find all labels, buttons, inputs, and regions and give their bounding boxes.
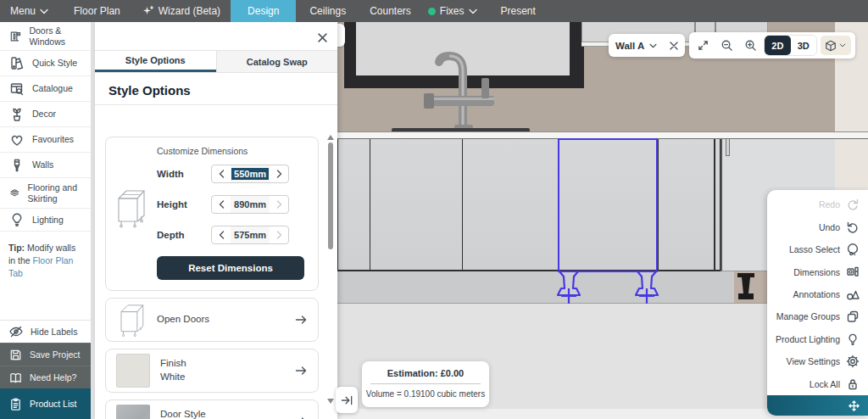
door-style-card[interactable]: Door Style Clerkenwell bbox=[105, 399, 319, 419]
cabinet-3d-icon bbox=[116, 301, 147, 338]
sidebar-item-doors-windows[interactable]: Doors & Windows bbox=[0, 22, 91, 51]
redo-button[interactable]: Redo bbox=[767, 193, 868, 215]
cabinet-filler[interactable] bbox=[715, 139, 721, 271]
width-increase-button[interactable] bbox=[270, 165, 288, 182]
product-list-button[interactable]: Product List bbox=[0, 388, 91, 419]
sidebar-item-lighting[interactable]: Lighting bbox=[0, 209, 91, 232]
depth-increase-button[interactable] bbox=[270, 226, 288, 243]
end-panel-lip bbox=[726, 139, 730, 156]
tab-wizard[interactable]: Wizard (Beta) bbox=[142, 0, 220, 22]
undo-button[interactable]: Undo bbox=[767, 215, 868, 237]
tip-prefix: Tip: bbox=[8, 243, 25, 253]
dimensions-button[interactable]: Dimensions bbox=[767, 260, 868, 282]
sidebar-item-label: Doors & Windows bbox=[29, 25, 87, 46]
chevron-down-icon[interactable] bbox=[649, 43, 657, 48]
open-doors-card[interactable]: Open Doors bbox=[105, 298, 319, 342]
need-help-button[interactable]: Need Help? bbox=[0, 366, 91, 388]
undo-icon bbox=[846, 221, 860, 234]
save-project-button[interactable]: Save Project bbox=[0, 343, 91, 366]
reset-dimensions-button[interactable]: Reset Dimensions bbox=[157, 256, 304, 280]
tab-style-options[interactable]: Style Options bbox=[95, 51, 216, 72]
top-menu-bar: Menu Floor Plan Wizard (Beta) Design Cei… bbox=[0, 0, 868, 22]
finish-card[interactable]: Finish White bbox=[105, 349, 319, 393]
fit-view-button[interactable] bbox=[693, 35, 714, 56]
chevron-left-icon bbox=[219, 200, 225, 209]
width-decrease-button[interactable] bbox=[212, 165, 231, 182]
height-increase-button[interactable] bbox=[270, 196, 288, 213]
render-style-dropdown[interactable] bbox=[821, 36, 851, 55]
product-list-label: Product List bbox=[30, 399, 76, 409]
close-icon bbox=[318, 33, 327, 42]
cabinet-3d-icon bbox=[113, 187, 148, 229]
sidebar-item-label: Lighting bbox=[32, 215, 64, 225]
tab-counters[interactable]: Counters bbox=[370, 0, 411, 22]
base-cabinet[interactable] bbox=[370, 139, 462, 271]
base-cabinet[interactable] bbox=[658, 139, 715, 271]
wall-selector-label[interactable]: Wall A bbox=[615, 41, 644, 51]
width-row: Width 550mm bbox=[157, 165, 309, 183]
cabinet-selection-outline[interactable] bbox=[558, 138, 658, 272]
lasso-select-button[interactable]: Lasso Select bbox=[767, 238, 868, 260]
close-panel-button[interactable] bbox=[314, 29, 331, 46]
close-icon[interactable] bbox=[670, 42, 678, 50]
design-label: Design bbox=[248, 5, 279, 17]
sidebar-item-label: Decor bbox=[32, 109, 56, 119]
width-label: Width bbox=[157, 169, 211, 179]
style-options-panel: Style Options Catalog Swap Style Options… bbox=[95, 22, 337, 419]
door-window-icon bbox=[8, 28, 22, 45]
view-3d-button[interactable]: 3D bbox=[791, 36, 816, 55]
height-value: 890mm bbox=[234, 199, 266, 210]
product-lighting-button[interactable]: Product Lighting bbox=[767, 328, 868, 350]
height-row: Height 890mm bbox=[157, 195, 309, 214]
lock-all-button[interactable]: Lock All bbox=[767, 373, 868, 395]
plinth[interactable] bbox=[337, 271, 734, 304]
scrollbar-thumb[interactable] bbox=[328, 142, 333, 249]
tab-present[interactable]: Present bbox=[501, 0, 536, 22]
depth-value-field[interactable]: 575mm bbox=[231, 226, 270, 243]
arrow-right-icon bbox=[294, 364, 308, 377]
width-value-field[interactable]: 550mm bbox=[231, 165, 270, 182]
manage-groups-label: Manage Groups bbox=[776, 311, 840, 321]
door-style-title: Door Style bbox=[160, 409, 206, 419]
fixes-dropdown[interactable]: Fixes bbox=[428, 0, 477, 22]
collapse-panel-button[interactable] bbox=[336, 387, 358, 413]
finish-swatch bbox=[116, 354, 150, 388]
tab-catalog-swap[interactable]: Catalog Swap bbox=[216, 51, 338, 72]
annotations-button[interactable]: Annotations bbox=[767, 283, 868, 305]
panel-scrollbar[interactable] bbox=[328, 134, 333, 419]
depth-row: Depth 575mm bbox=[157, 226, 309, 244]
tab-ceilings[interactable]: Ceilings bbox=[309, 0, 346, 22]
faucet[interactable] bbox=[424, 51, 505, 133]
view-2d-button[interactable]: 2D bbox=[765, 36, 790, 55]
finish-value: White bbox=[160, 372, 185, 382]
manage-groups-button[interactable]: Manage Groups bbox=[767, 305, 868, 327]
lasso-icon bbox=[846, 243, 860, 256]
arrow-right-icon bbox=[294, 313, 308, 327]
sidebar-item-catalogue[interactable]: Catalogue bbox=[0, 76, 91, 102]
sidebar-bottom-actions: Hide Labels Save Project Need Help? bbox=[0, 320, 91, 419]
menu-dropdown[interactable]: Menu bbox=[10, 0, 48, 22]
lasso-select-label: Lasso Select bbox=[789, 244, 840, 254]
base-cabinet[interactable] bbox=[337, 139, 370, 271]
redo-icon bbox=[846, 198, 860, 211]
tab-design-active[interactable]: Design bbox=[231, 0, 296, 22]
sidebar-item-favourites[interactable]: Favourites bbox=[0, 127, 91, 153]
sidebar-item-label: Catalogue bbox=[32, 83, 73, 93]
sidebar-item-quick-style[interactable]: Quick Style bbox=[0, 51, 91, 76]
view-mode-toggle: 2D 3D bbox=[764, 35, 817, 56]
counters-label: Counters bbox=[370, 5, 411, 17]
height-value-field[interactable]: 890mm bbox=[231, 196, 270, 213]
view-settings-button[interactable]: View Settings bbox=[767, 350, 868, 372]
height-decrease-button[interactable] bbox=[212, 196, 231, 213]
toolbar-drag-handle[interactable] bbox=[767, 395, 868, 416]
zoom-out-button[interactable] bbox=[717, 35, 737, 56]
chevron-down-icon bbox=[40, 8, 48, 14]
sink-cabinet[interactable] bbox=[462, 139, 558, 271]
hide-labels-button[interactable]: Hide Labels bbox=[0, 320, 91, 343]
sidebar-item-decor[interactable]: Decor bbox=[0, 102, 91, 127]
depth-decrease-button[interactable] bbox=[212, 226, 231, 243]
sidebar-item-walls[interactable]: Walls bbox=[0, 153, 91, 178]
sidebar-item-flooring[interactable]: Flooring and Skirting bbox=[0, 178, 91, 209]
zoom-in-button[interactable] bbox=[740, 35, 760, 56]
tab-floor-plan[interactable]: Floor Plan bbox=[74, 0, 120, 22]
